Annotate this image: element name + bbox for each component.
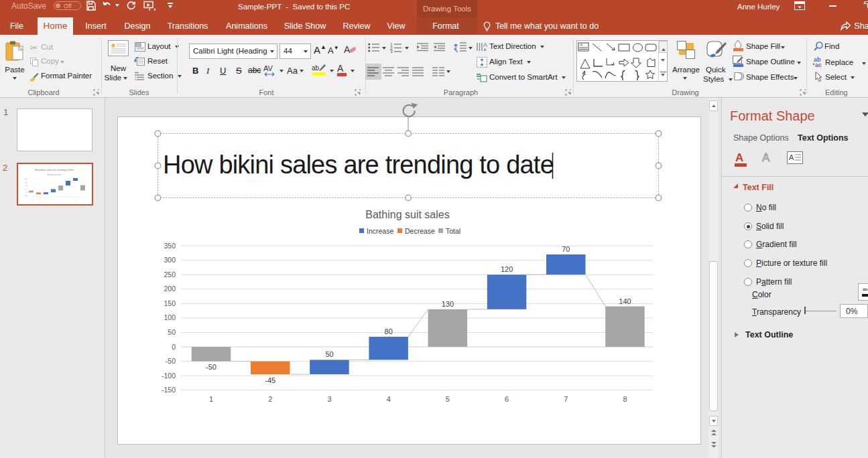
svg-text:A: A — [483, 42, 487, 48]
svg-text:2: 2 — [38, 198, 40, 200]
svg-text:250: 250 — [25, 181, 27, 183]
svg-text:4: 4 — [53, 198, 54, 200]
svg-text:3: 3 — [390, 49, 393, 53]
svg-text:ac: ac — [815, 62, 822, 67]
svg-text:-50: -50 — [25, 192, 28, 193]
svg-text:ab: ab — [312, 64, 320, 72]
svg-text:1: 1 — [31, 198, 32, 200]
svg-text:50: 50 — [25, 188, 27, 189]
svg-text:350: 350 — [25, 178, 27, 179]
svg-text:3: 3 — [46, 198, 47, 200]
svg-text:A: A — [337, 63, 344, 74]
svg-text:8: 8 — [82, 198, 84, 200]
svg-text:Bathing suit sales: Bathing suit sales — [48, 173, 62, 176]
svg-text:150: 150 — [25, 185, 27, 186]
svg-text:How bikini sales are trending: How bikini sales are trending to date — [35, 169, 74, 171]
svg-text:6: 6 — [68, 198, 69, 200]
svg-text:7: 7 — [75, 198, 76, 200]
svg-text:-150: -150 — [24, 195, 27, 196]
svg-text:5: 5 — [60, 198, 62, 200]
svg-text:A: A — [344, 44, 351, 55]
svg-text:AV: AV — [263, 64, 273, 72]
svg-text:A: A — [789, 153, 794, 161]
